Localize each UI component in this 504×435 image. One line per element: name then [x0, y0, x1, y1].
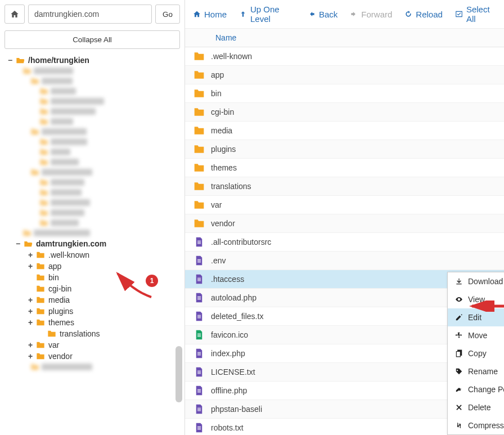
row-name: cgi-bin — [211, 107, 234, 116]
tb-select-all[interactable]: Select All — [455, 5, 496, 24]
tree-row-blurred — [0, 198, 184, 208]
tree-item[interactable]: +themes — [0, 317, 184, 328]
list-row[interactable]: vendor — [185, 214, 504, 233]
tree-toggle[interactable]: − — [7, 56, 14, 65]
row-name: offline.php — [211, 386, 247, 395]
tree-item[interactable]: translations — [0, 328, 184, 339]
tree-toggle[interactable]: + — [27, 340, 34, 349]
context-menu-item-delete[interactable]: Delete — [448, 398, 504, 416]
forward-icon — [350, 10, 358, 18]
tree-item[interactable]: +.well-known — [0, 249, 184, 261]
folder-icon — [30, 168, 39, 176]
tree-toggle[interactable]: − — [15, 239, 21, 248]
col-name[interactable]: Name — [215, 33, 236, 42]
tb-reload[interactable]: Reload — [404, 10, 443, 19]
row-name: media — [211, 126, 232, 135]
blurred-label — [42, 128, 87, 135]
tb-home[interactable]: Home — [193, 10, 227, 19]
tree-selected[interactable]: − damtrungkien.com — [0, 238, 184, 249]
tree-item[interactable]: +vendor — [0, 351, 184, 362]
context-menu-item-rename[interactable]: Rename — [448, 362, 504, 380]
tree-row-blurred — [0, 187, 184, 198]
file-icon — [193, 366, 205, 378]
tb-back[interactable]: Back — [308, 10, 338, 19]
blurred-label — [51, 199, 90, 206]
context-menu-item-copy[interactable]: Copy — [448, 344, 504, 362]
blurred-label — [51, 118, 73, 125]
file-icon — [193, 255, 205, 266]
tree-root[interactable]: − /home/trungkien — [0, 55, 184, 66]
list-row[interactable]: themes — [185, 159, 504, 177]
list-row[interactable]: .well-known — [185, 47, 504, 66]
main-panel: Home Up One Level Back Forward Reload Se… — [185, 0, 504, 435]
scrollbar[interactable] — [176, 346, 182, 402]
file-icon — [193, 311, 205, 322]
tree-label: bin — [47, 273, 59, 282]
list-row[interactable]: var — [185, 196, 504, 214]
tree-label: cgi-bin — [47, 284, 71, 293]
tree-toggle[interactable]: + — [27, 318, 34, 327]
tree-row-blurred — [0, 362, 184, 372]
list-row[interactable]: translations — [185, 177, 504, 196]
folder-icon — [193, 218, 205, 229]
list-row[interactable]: bin — [185, 84, 504, 103]
context-menu-item-perm[interactable]: Change Permissions — [448, 380, 504, 398]
blurred-label — [34, 68, 73, 74]
tree-toggle[interactable]: + — [27, 250, 34, 259]
tree-row-blurred — [0, 218, 184, 228]
cm-label: Copy — [468, 349, 487, 358]
collapse-all-button[interactable]: Collapse All — [4, 30, 180, 49]
tree-toggle[interactable]: + — [27, 307, 34, 316]
context-menu-item-download[interactable]: Download — [448, 272, 504, 290]
path-input[interactable] — [28, 5, 152, 24]
tree-item[interactable]: +plugins — [0, 306, 184, 317]
copy-icon — [454, 349, 464, 357]
go-button[interactable]: Go — [155, 5, 180, 24]
folder-tree: − /home/trungkien − damtrungkien.com +.w… — [0, 53, 184, 435]
delete-icon — [454, 403, 464, 411]
folder-icon — [39, 107, 48, 115]
row-name: app — [211, 70, 224, 79]
folder-open-icon — [16, 56, 25, 64]
tree-label: damtrungkien.com — [35, 239, 106, 248]
context-menu-item-compress[interactable]: Compress — [448, 416, 504, 434]
file-icon — [193, 292, 205, 303]
folder-icon — [39, 189, 48, 196]
folder-icon — [193, 162, 205, 173]
tree-row-blurred — [0, 127, 184, 137]
list-row[interactable]: media — [185, 122, 504, 140]
tree-row-blurred — [0, 137, 184, 147]
folder-icon — [193, 106, 205, 118]
list-row[interactable]: plugins — [185, 140, 504, 159]
blurred-label — [42, 364, 92, 370]
list-row[interactable]: .all-contributorsrc — [185, 233, 504, 252]
tree-toggle[interactable]: + — [27, 352, 34, 361]
tree-row-blurred — [0, 157, 184, 167]
folder-icon — [39, 118, 48, 125]
home-button[interactable] — [4, 5, 25, 24]
blurred-label — [51, 138, 87, 145]
list-row[interactable]: .env — [185, 252, 504, 270]
folder-icon — [36, 352, 45, 360]
context-menu-item-move[interactable]: Move — [448, 326, 504, 344]
tb-up[interactable]: Up One Level — [239, 5, 295, 24]
row-name: var — [211, 200, 222, 209]
blurred-label — [51, 189, 82, 196]
tree-label: vendor — [47, 352, 73, 361]
row-name: index.php — [211, 349, 245, 358]
tree-row-blurred — [0, 116, 184, 127]
tree-toggle[interactable]: + — [27, 295, 34, 304]
tree-row-blurred — [0, 147, 184, 157]
list-row[interactable]: cgi-bin — [185, 103, 504, 122]
folder-icon — [193, 69, 205, 80]
row-name: phpstan-baseli — [211, 405, 262, 414]
list-header[interactable]: Name — [185, 29, 504, 47]
home-icon — [10, 10, 19, 19]
folder-icon — [39, 97, 48, 105]
tree-item[interactable]: +var — [0, 339, 184, 351]
cm-label: Rename — [468, 367, 498, 376]
tree-toggle[interactable]: + — [27, 262, 34, 271]
cm-label: Download — [468, 277, 503, 286]
list-row[interactable]: app — [185, 66, 504, 84]
row-name: .all-contributorsrc — [211, 237, 271, 246]
